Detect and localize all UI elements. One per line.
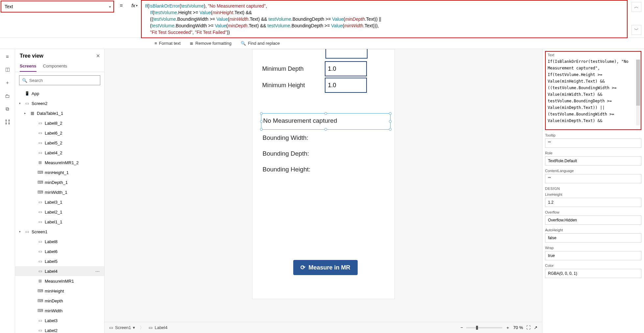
tree-item[interactable]: ⌨minDepth [15, 296, 104, 306]
tab-components[interactable]: Components [43, 61, 67, 72]
label-icon: ▭ [37, 328, 43, 333]
label-icon: ▭ [37, 150, 43, 155]
scrollbar-thumb[interactable] [636, 60, 640, 106]
resize-handle[interactable] [324, 128, 327, 131]
more-icon[interactable]: ⋯ [95, 269, 100, 274]
zoom-slider[interactable] [466, 327, 502, 328]
tree-item[interactable]: ⌨minWidth [15, 306, 104, 316]
resize-handle[interactable] [260, 128, 263, 131]
tree-item[interactable]: ▾▭Screen2 [15, 98, 104, 108]
measure-in-mr-button[interactable]: ⟳ Measure in MR [293, 260, 358, 275]
tree-item[interactable]: ▭Label5_2 [15, 138, 104, 148]
scrollbar[interactable] [636, 60, 640, 125]
twisty-icon[interactable]: ▾ [19, 230, 22, 233]
label-icon: ▭ [37, 131, 43, 135]
prop-label: AutoHeight [545, 228, 641, 232]
tree-item-label: Label5 [45, 259, 58, 264]
tree-item[interactable]: ⌨minHeight [15, 286, 104, 296]
zoom-controls: − ＋ 70 % ⛶ ↗ [461, 325, 537, 331]
tree-item[interactable]: ▭Label2 [15, 325, 104, 333]
label-icon: ▭ [37, 239, 43, 244]
formula-bar[interactable]: If(IsBlankOrError(testVolume), "No Measu… [141, 0, 628, 38]
media-icon[interactable]: ⧉ [6, 106, 9, 112]
popout-icon[interactable]: ↗ [534, 325, 537, 330]
mr-icon: ⊞ [37, 160, 43, 165]
tree-body: 📱App▾▭Screen2▸▦DataTable1_1▭Label8_2▭Lab… [15, 89, 104, 333]
zoom-out-button[interactable]: − [461, 325, 463, 330]
breadcrumb[interactable]: ▭ Screen1 ▾ [109, 325, 135, 330]
tree-item[interactable]: ▭Label8 [15, 237, 104, 246]
tree-item-label: MeasureInMR1 [45, 279, 74, 284]
tree-item[interactable]: ⊞MeasureInMR1 [15, 276, 104, 286]
data-icon[interactable]: 🗀 [5, 93, 10, 99]
prop-value[interactable]: 1.2 [545, 198, 641, 207]
tree-item[interactable]: ▸▦DataTable1_1 [15, 108, 104, 118]
resize-handle[interactable] [389, 112, 392, 115]
prop-value[interactable]: Overflow.Hidden [545, 216, 641, 225]
tree-item[interactable]: 📱App [15, 89, 104, 98]
remove-formatting-button[interactable]: ≣Remove formatting [190, 41, 231, 46]
prop-value[interactable]: RGBA(0, 0, 0, 1) [545, 269, 641, 278]
tree-item-label: Screen1 [32, 229, 47, 234]
resize-handle[interactable] [324, 112, 327, 115]
tree-item[interactable]: ▭Label3 [15, 316, 104, 325]
app-icon: 📱 [24, 91, 30, 96]
fit-icon[interactable]: ⛶ [526, 325, 531, 330]
tree-search[interactable]: 🔍 Search [19, 75, 100, 85]
hamburger-icon[interactable]: ≡ [6, 54, 9, 59]
tree-item[interactable]: ▾▭Screen1 [15, 227, 104, 237]
tree-item[interactable]: ▭Label2_1 [15, 207, 104, 217]
resize-handle[interactable] [260, 112, 263, 115]
breadcrumb-element[interactable]: ▭ Label4 [149, 325, 167, 330]
left-rail: ≡ ◫ ＋ 🗀 ⧉ ╏╏ [0, 49, 15, 333]
text-property-value[interactable]: If(IsBlankOrError(testVolume), "No Measu… [548, 58, 639, 127]
tab-screens[interactable]: Screens [20, 61, 36, 72]
tree-item[interactable]: ⊞MeasureInMR1_2 [15, 158, 104, 167]
prop-value[interactable]: "" [545, 174, 641, 183]
field-input-prev[interactable] [325, 49, 368, 59]
resize-handle[interactable] [260, 120, 263, 123]
tree-item[interactable]: ⌨minHeight_1 [15, 167, 104, 177]
twisty-icon[interactable]: ▾ [19, 102, 22, 105]
text-property-box[interactable]: Text If(IsBlankOrError(testVolume), "No … [545, 51, 641, 130]
tree-item[interactable]: ▭Label3_1 [15, 197, 104, 207]
zoom-in-button[interactable]: ＋ [506, 325, 510, 331]
slider-knob[interactable] [476, 326, 478, 330]
tools-icon[interactable]: ╏╏ [5, 119, 11, 125]
prop-value[interactable]: "" [545, 139, 641, 148]
tree-item[interactable]: ⌨minWidth_1 [15, 187, 104, 197]
prop-value[interactable]: TextRole.Default [545, 156, 641, 166]
resize-handle[interactable] [389, 120, 392, 123]
prop-label: Tooltip [545, 133, 641, 137]
app-canvas[interactable]: Minimum Depth 1.0 Minimum Height 1.0 No … [252, 49, 395, 299]
min-height-input[interactable]: 1.0 [325, 78, 367, 93]
tree-item[interactable]: ▭Label5 [15, 256, 104, 266]
input-icon: ⌨ [37, 298, 43, 303]
resize-handle[interactable] [389, 128, 392, 131]
find-replace-button[interactable]: 🔍Find and replace [241, 41, 280, 46]
tree-item[interactable]: ▭Label4_2 [15, 148, 104, 158]
close-icon[interactable]: ✕ [96, 53, 100, 59]
tree-item-label: Label1_1 [45, 219, 62, 224]
selected-control[interactable]: No Measurement captured [261, 113, 391, 130]
tree-icon[interactable]: ◫ [5, 66, 10, 72]
label-icon: ▭ [37, 249, 43, 254]
min-depth-input[interactable]: 1.0 [325, 61, 367, 76]
tree-item[interactable]: ▭Label6 [15, 246, 104, 256]
format-text-button[interactable]: ≡Format text [155, 41, 180, 46]
prop-value[interactable]: false [545, 233, 641, 243]
tree-item-label: Label8 [45, 239, 58, 244]
tree-item[interactable]: ▭Label6_2 [15, 128, 104, 138]
tree-item[interactable]: ▭Label1_1 [15, 217, 104, 227]
prop-label: Color [545, 264, 641, 268]
tree-item[interactable]: ⌨minDepth_1 [15, 177, 104, 187]
expand-right-icon[interactable]: ﹀ [632, 25, 641, 35]
add-icon[interactable]: ＋ [5, 80, 10, 86]
tree-item[interactable]: ▭Label4⋯ [15, 266, 104, 276]
twisty-icon[interactable]: ▸ [24, 112, 28, 115]
fx-button[interactable]: fx▾ [128, 0, 141, 8]
tree-item[interactable]: ▭Label8_2 [15, 118, 104, 128]
collapse-up-icon[interactable]: ︿ [632, 2, 641, 12]
prop-value[interactable]: true [545, 251, 641, 260]
property-selector[interactable]: Text ▾ [1, 1, 114, 13]
